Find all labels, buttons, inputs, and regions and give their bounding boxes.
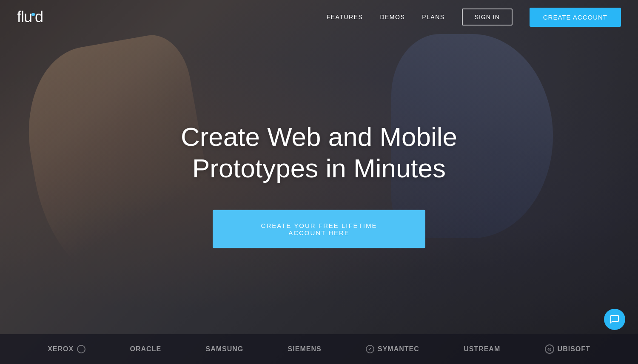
samsung-label: SAMSUNG bbox=[205, 345, 243, 353]
xerox-circle-icon bbox=[77, 345, 85, 353]
symantec-label: Symantec bbox=[378, 345, 419, 353]
headline-line1: Create Web and Mobile bbox=[181, 122, 457, 151]
brand-oracle: ORACLE bbox=[130, 345, 162, 353]
logos-bar: xerox ORACLE SAMSUNG SIEMENS ✓ Symantec … bbox=[0, 334, 638, 364]
brand-xerox: xerox bbox=[48, 345, 85, 353]
brand-ubisoft: ◎ ubisoft bbox=[545, 344, 590, 354]
cta-button[interactable]: CREATE YOUR FREE LIFETIME ACCOUNT HERE bbox=[213, 210, 425, 248]
navbar: flud FEATURES DEMOS PLANS SIGN IN CREATE… bbox=[0, 0, 638, 34]
nav-plans[interactable]: PLANS bbox=[422, 14, 444, 20]
ubisoft-ring-icon: ◎ bbox=[545, 344, 554, 354]
signin-button[interactable]: SIGN IN bbox=[462, 9, 513, 26]
logo-text: flud bbox=[17, 8, 43, 26]
headline-line2: Prototypes in Minutes bbox=[192, 154, 446, 183]
brand-ustream: USTREAM bbox=[464, 345, 500, 353]
brand-siemens: SIEMENS bbox=[288, 345, 322, 353]
hero-content: Create Web and Mobile Prototypes in Minu… bbox=[128, 121, 510, 248]
logo: flud bbox=[17, 8, 43, 26]
chat-bubble[interactable] bbox=[604, 309, 625, 330]
hero-section: flud FEATURES DEMOS PLANS SIGN IN CREATE… bbox=[0, 0, 638, 364]
nav-features[interactable]: FEATURES bbox=[327, 14, 363, 20]
chat-icon bbox=[610, 314, 620, 324]
logo-dot bbox=[31, 13, 35, 16]
oracle-label: ORACLE bbox=[130, 345, 162, 353]
create-account-button[interactable]: CREATE ACCOUNT bbox=[530, 8, 621, 27]
ustream-label: USTREAM bbox=[464, 345, 500, 353]
brand-samsung: SAMSUNG bbox=[205, 345, 243, 353]
ubisoft-label: ubisoft bbox=[558, 345, 590, 353]
siemens-label: SIEMENS bbox=[288, 345, 322, 353]
hero-headline: Create Web and Mobile Prototypes in Minu… bbox=[128, 121, 510, 185]
symantec-check-icon: ✓ bbox=[366, 345, 374, 353]
brand-symantec: ✓ Symantec bbox=[366, 345, 419, 353]
nav-links: FEATURES DEMOS PLANS SIGN IN CREATE ACCO… bbox=[327, 8, 621, 27]
nav-demos[interactable]: DEMOS bbox=[380, 14, 405, 20]
xerox-label: xerox bbox=[48, 345, 74, 353]
